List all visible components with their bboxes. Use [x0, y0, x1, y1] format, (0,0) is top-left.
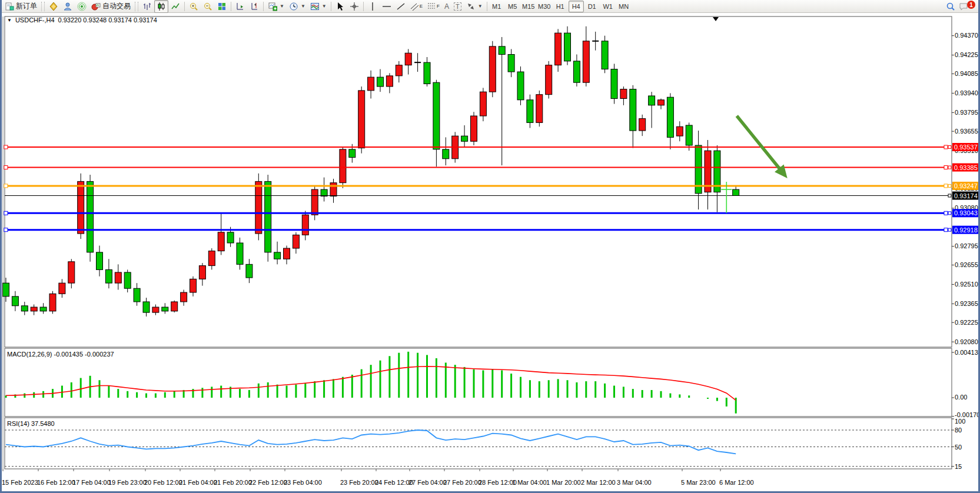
- macd-bar: [660, 391, 662, 398]
- time-tick-label: 24 Feb 12:00: [375, 479, 413, 486]
- cursor-icon: [335, 2, 345, 11]
- candle-chart-icon: [157, 2, 166, 11]
- new-order-label: 新订单: [16, 1, 37, 11]
- new-chart-button[interactable]: ▼: [265, 0, 287, 13]
- macd-bar: [594, 381, 596, 398]
- macd-bar: [33, 392, 35, 398]
- candle-body: [311, 189, 318, 215]
- timeframe-MN[interactable]: MN: [616, 1, 632, 12]
- price-tick-label: 0.92655: [955, 261, 978, 268]
- vertical-line-icon: [368, 2, 377, 11]
- candle-body: [517, 72, 524, 100]
- line-chart-button[interactable]: [168, 0, 182, 13]
- line-anchor-marker: [944, 166, 948, 169]
- timeframe-D1[interactable]: D1: [584, 1, 600, 12]
- autotrade-button[interactable]: 自动交易: [89, 0, 133, 13]
- chart-canvas[interactable]: 0.943700.942250.940850.939400.937950.936…: [0, 13, 980, 493]
- notification-badge[interactable]: 1: [967, 1, 975, 9]
- time-tick-label: 20 Feb 12:00: [144, 479, 182, 486]
- macd-bar: [174, 391, 175, 398]
- candle-body: [284, 248, 290, 259]
- toolbar-separator: [184, 2, 185, 11]
- channel-tool-button[interactable]: E: [408, 0, 425, 13]
- candle-body: [686, 125, 692, 145]
- line-anchor-marker: [944, 184, 948, 188]
- macd-bar: [539, 381, 540, 398]
- candle-body: [49, 294, 56, 311]
- timeframe-H4[interactable]: H4: [569, 1, 584, 12]
- horizontal-line-tool-button[interactable]: [380, 0, 394, 13]
- symbol-dropdown-icon[interactable]: ▼: [7, 18, 12, 23]
- macd-bar: [520, 377, 521, 398]
- cursor-tool-button[interactable]: [333, 0, 347, 13]
- crosshair-tool-button[interactable]: [347, 0, 361, 13]
- search-icon[interactable]: [946, 2, 955, 11]
- macd-bar: [651, 390, 653, 398]
- candle-body: [471, 116, 477, 141]
- candle-body: [255, 181, 262, 234]
- tile-windows-button[interactable]: [215, 0, 229, 13]
- candle-body: [321, 189, 327, 196]
- line-price-label: 0.93043: [954, 209, 978, 216]
- candle-body: [602, 41, 608, 69]
- clock-icon: [289, 2, 298, 11]
- candle-body: [405, 53, 411, 65]
- gold-badge-button[interactable]: [46, 0, 61, 13]
- ohlc-values: 0.93220 0.93248 0.93174 0.93174: [58, 16, 157, 24]
- candle-body: [190, 279, 197, 292]
- macd-bar: [380, 361, 381, 398]
- toolbar: 新订单 自动交易 ▼ ▼: [0, 0, 980, 13]
- macd-bar: [642, 390, 643, 398]
- macd-bar: [669, 394, 671, 398]
- candle-body: [97, 252, 103, 270]
- macd-bar: [80, 378, 82, 398]
- period-button[interactable]: ▼: [287, 0, 308, 13]
- arrow-tools-icon: [466, 2, 476, 11]
- timeframe-W1[interactable]: W1: [600, 1, 616, 12]
- macd-bar: [604, 384, 606, 398]
- timeframe-M15[interactable]: M15: [521, 1, 536, 12]
- timeframe-M1[interactable]: M1: [489, 1, 504, 12]
- bar-chart-button[interactable]: [140, 0, 154, 13]
- candle-chart-button[interactable]: [154, 0, 168, 13]
- label-tool-button[interactable]: T: [451, 0, 464, 13]
- signal-button[interactable]: [75, 0, 89, 13]
- macd-bar: [220, 386, 222, 398]
- timeframe-M30[interactable]: M30: [537, 1, 552, 12]
- zoom-out-button[interactable]: [201, 0, 215, 13]
- macd-bar: [99, 380, 101, 398]
- arrow-tools-button[interactable]: ▼: [464, 0, 485, 13]
- zoom-in-button[interactable]: [187, 0, 201, 13]
- toolbar-separator: [331, 2, 331, 11]
- macd-bar: [248, 390, 250, 398]
- vertical-line-tool-button[interactable]: [366, 0, 380, 13]
- macd-bar: [286, 386, 288, 398]
- rsi-indicator-label: RSI(14) 37.5480: [7, 420, 55, 427]
- profile-button[interactable]: [61, 0, 75, 13]
- fibonacci-tool-button[interactable]: F: [425, 0, 442, 13]
- macd-bar: [407, 352, 409, 398]
- macd-bar: [426, 355, 428, 398]
- candle-body: [3, 283, 9, 297]
- timeframe-M5[interactable]: M5: [505, 1, 520, 12]
- trendline-tool-button[interactable]: [394, 0, 408, 13]
- timeframe-H1[interactable]: H1: [553, 1, 568, 12]
- line-price-label: 0.92918: [954, 226, 978, 234]
- chart-shift-button[interactable]: [247, 0, 261, 13]
- template-button[interactable]: ▼: [308, 0, 329, 13]
- macd-bar: [632, 389, 634, 398]
- new-order-button[interactable]: 新订单: [2, 0, 39, 13]
- macd-bar: [333, 379, 334, 398]
- text-tool-button[interactable]: A: [442, 0, 451, 13]
- auto-scroll-button[interactable]: [233, 0, 247, 13]
- chevron-down-icon: ▼: [322, 4, 327, 9]
- horizontal-line-icon: [382, 2, 391, 11]
- time-tick-label: 27 Feb 04:00: [408, 479, 447, 486]
- rsi-tick-label: 100: [955, 418, 965, 425]
- time-tick-label: 15 Feb 2023: [2, 479, 38, 486]
- price-tick-label: 0.93655: [955, 128, 978, 135]
- candle-body: [87, 181, 94, 252]
- macd-bar: [323, 380, 325, 398]
- profile-icon: [63, 2, 72, 11]
- macd-bar: [473, 369, 475, 398]
